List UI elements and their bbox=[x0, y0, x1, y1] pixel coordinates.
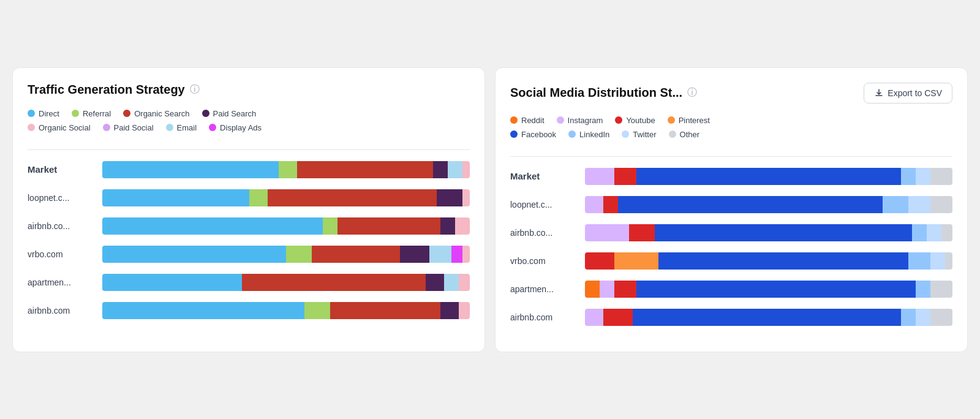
row-label: loopnet.c... bbox=[28, 193, 95, 203]
export-csv-button[interactable]: Export to CSV bbox=[864, 83, 952, 104]
bar-segment bbox=[323, 217, 337, 235]
bar-segment bbox=[658, 252, 908, 270]
row-label: airbnb.com bbox=[510, 312, 578, 322]
right-info-icon[interactable]: ⓘ bbox=[687, 86, 697, 99]
bar-container bbox=[102, 161, 470, 178]
chart-row: airbnb.com bbox=[510, 309, 952, 326]
bar-segment bbox=[585, 224, 629, 241]
left-card-header: Traffic Generation Strategy ⓘ bbox=[28, 83, 470, 97]
bar-segment bbox=[102, 246, 286, 263]
bar-segment bbox=[633, 309, 901, 326]
left-card-title: Traffic Generation Strategy bbox=[28, 83, 185, 97]
bar-segment bbox=[883, 196, 908, 213]
left-divider bbox=[28, 149, 470, 150]
bar-segment bbox=[908, 196, 930, 213]
bar-segment bbox=[930, 281, 952, 298]
chart-row: Market bbox=[28, 161, 470, 178]
bar-segment bbox=[444, 274, 459, 291]
row-label: loopnet.c... bbox=[510, 200, 578, 210]
bar-container bbox=[585, 168, 952, 185]
bar-segment bbox=[337, 217, 440, 235]
bar-segment bbox=[930, 309, 952, 326]
legend-label: Youtube bbox=[626, 116, 655, 125]
bar-segment bbox=[916, 168, 930, 185]
bar-container bbox=[102, 217, 470, 235]
bar-segment bbox=[304, 302, 330, 319]
left-info-icon[interactable]: ⓘ bbox=[190, 83, 200, 96]
bar-segment bbox=[455, 217, 470, 235]
bar-container bbox=[585, 252, 952, 270]
legend-dot bbox=[510, 130, 518, 138]
chart-row: vrbo.com bbox=[28, 246, 470, 263]
bar-segment bbox=[242, 274, 426, 291]
legend-label: Direct bbox=[39, 109, 59, 118]
bar-segment bbox=[636, 168, 901, 185]
bar-segment bbox=[585, 309, 603, 326]
export-icon bbox=[874, 88, 884, 98]
right-chart: Marketloopnet.c...airbnb.co...vrbo.comap… bbox=[510, 168, 952, 326]
legend-label: LinkedIn bbox=[579, 130, 609, 139]
legend-label: Twitter bbox=[633, 130, 656, 139]
bar-segment bbox=[901, 309, 916, 326]
legend-label: Other bbox=[680, 130, 700, 139]
legend-dot bbox=[103, 124, 110, 131]
bar-segment bbox=[297, 161, 433, 178]
bar-segment bbox=[433, 161, 448, 178]
bar-segment bbox=[600, 281, 614, 298]
bar-segment bbox=[451, 246, 462, 263]
bar-segment bbox=[603, 196, 618, 213]
chart-row: airbnb.co... bbox=[28, 217, 470, 235]
row-label: airbnb.com bbox=[28, 306, 95, 315]
legend-dot bbox=[166, 124, 173, 131]
bar-segment bbox=[618, 196, 883, 213]
chart-row: apartmen... bbox=[510, 281, 952, 298]
legend-item: Pinterest bbox=[668, 116, 710, 125]
legend-dot bbox=[568, 130, 576, 138]
legend-label: Facebook bbox=[521, 130, 556, 139]
bar-segment bbox=[286, 246, 312, 263]
bar-segment bbox=[614, 252, 658, 270]
row-label: vrbo.com bbox=[510, 256, 578, 266]
chart-row: airbnb.co... bbox=[510, 224, 952, 241]
bar-segment bbox=[912, 224, 927, 241]
bar-segment bbox=[901, 168, 916, 185]
legend-item: Other bbox=[669, 130, 700, 139]
bar-segment bbox=[426, 274, 444, 291]
bar-segment bbox=[102, 161, 279, 178]
bar-segment bbox=[440, 217, 455, 235]
bar-segment bbox=[636, 281, 916, 298]
bar-segment bbox=[429, 246, 451, 263]
legend-dot bbox=[669, 130, 676, 138]
bar-segment bbox=[462, 189, 470, 206]
right-legend: RedditInstagramYoutubePinterestFacebookL… bbox=[510, 116, 952, 139]
legend-item: Direct bbox=[28, 109, 59, 118]
chart-row: Market bbox=[510, 168, 952, 185]
bar-segment bbox=[102, 217, 323, 235]
legend-dot bbox=[28, 110, 35, 117]
bar-segment bbox=[927, 224, 941, 241]
bar-segment bbox=[462, 246, 470, 263]
bar-container bbox=[585, 281, 952, 298]
legend-item: Youtube bbox=[615, 116, 655, 125]
chart-row: airbnb.com bbox=[28, 302, 470, 319]
bar-container bbox=[102, 302, 470, 319]
bar-container bbox=[102, 246, 470, 263]
bar-container bbox=[102, 189, 470, 206]
bar-segment bbox=[945, 252, 952, 270]
right-card-header: Social Media Distribution St... ⓘ Export… bbox=[510, 83, 952, 104]
bar-segment bbox=[437, 189, 462, 206]
legend-item: Twitter bbox=[622, 130, 656, 139]
dashboard: Traffic Generation Strategy ⓘ DirectRefe… bbox=[12, 67, 968, 352]
legend-dot bbox=[557, 116, 564, 124]
bar-segment bbox=[102, 274, 242, 291]
bar-segment bbox=[585, 252, 614, 270]
legend-item: LinkedIn bbox=[568, 130, 609, 139]
legend-dot bbox=[72, 110, 79, 117]
bar-segment bbox=[585, 168, 614, 185]
legend-dot bbox=[123, 110, 130, 117]
right-card: Social Media Distribution St... ⓘ Export… bbox=[495, 67, 968, 352]
bar-container bbox=[585, 196, 952, 213]
bar-segment bbox=[930, 252, 945, 270]
bar-segment bbox=[249, 189, 268, 206]
legend-item: Organic Search bbox=[123, 109, 189, 118]
